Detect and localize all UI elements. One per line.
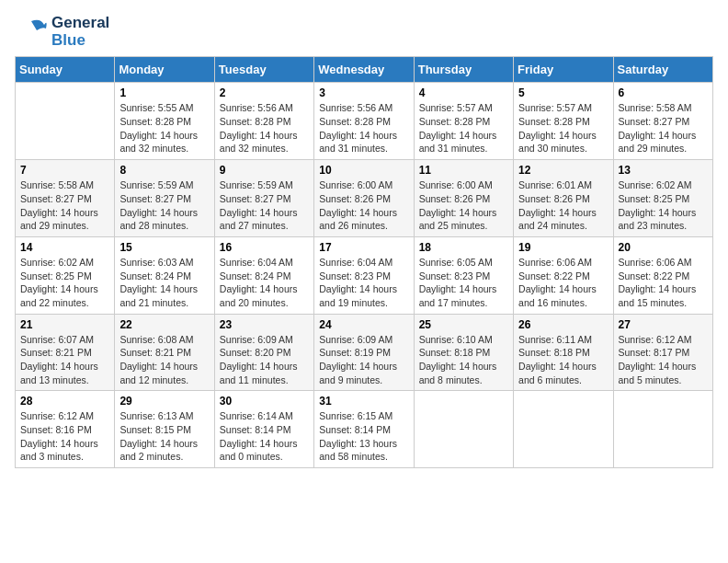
day-number: 23: [220, 318, 309, 331]
logo-text-block: General Blue: [15, 15, 109, 49]
header: General Blue: [15, 15, 713, 49]
calendar-cell: 17 Sunrise: 6:04 AM Sunset: 8:23 PM Dayl…: [314, 236, 414, 314]
calendar-cell: [414, 391, 513, 468]
day-info: Sunrise: 6:06 AM Sunset: 8:22 PM Dayligh…: [619, 256, 708, 310]
day-info: Sunrise: 6:10 AM Sunset: 8:18 PM Dayligh…: [419, 333, 508, 387]
calendar-cell: 18 Sunrise: 6:05 AM Sunset: 8:23 PM Dayl…: [414, 236, 513, 314]
day-info: Sunrise: 5:58 AM Sunset: 8:27 PM Dayligh…: [619, 101, 708, 155]
weekday-header-monday: Monday: [115, 57, 214, 83]
day-info: Sunrise: 6:07 AM Sunset: 8:21 PM Dayligh…: [20, 333, 109, 387]
calendar-cell: 25 Sunrise: 6:10 AM Sunset: 8:18 PM Dayl…: [414, 314, 513, 391]
calendar-cell: 20 Sunrise: 6:06 AM Sunset: 8:22 PM Dayl…: [613, 236, 712, 314]
calendar-cell: 2 Sunrise: 5:56 AM Sunset: 8:28 PM Dayli…: [214, 83, 313, 160]
weekday-header-wednesday: Wednesday: [314, 57, 414, 83]
weekday-header-friday: Friday: [514, 57, 613, 83]
calendar-cell: 12 Sunrise: 6:01 AM Sunset: 8:26 PM Dayl…: [514, 160, 613, 237]
calendar-cell: 10 Sunrise: 6:00 AM Sunset: 8:26 PM Dayl…: [314, 160, 414, 237]
calendar-cell: [16, 83, 115, 160]
day-info: Sunrise: 6:00 AM Sunset: 8:26 PM Dayligh…: [419, 178, 508, 233]
day-info: Sunrise: 6:09 AM Sunset: 8:19 PM Dayligh…: [319, 333, 408, 387]
calendar-cell: 6 Sunrise: 5:58 AM Sunset: 8:27 PM Dayli…: [613, 83, 712, 160]
calendar-cell: 31 Sunrise: 6:15 AM Sunset: 8:14 PM Dayl…: [314, 391, 414, 468]
day-number: 3: [319, 86, 408, 99]
calendar-cell: 9 Sunrise: 5:59 AM Sunset: 8:27 PM Dayli…: [214, 160, 313, 237]
day-info: Sunrise: 6:12 AM Sunset: 8:17 PM Dayligh…: [619, 333, 708, 387]
day-number: 16: [220, 241, 309, 254]
weekday-header-sunday: Sunday: [16, 57, 115, 83]
day-info: Sunrise: 5:59 AM Sunset: 8:27 PM Dayligh…: [119, 178, 209, 233]
day-info: Sunrise: 6:05 AM Sunset: 8:23 PM Dayligh…: [419, 256, 508, 310]
calendar-cell: 16 Sunrise: 6:04 AM Sunset: 8:24 PM Dayl…: [214, 236, 313, 314]
day-number: 28: [20, 395, 109, 408]
day-number: 8: [119, 164, 209, 177]
day-info: Sunrise: 6:04 AM Sunset: 8:24 PM Dayligh…: [220, 256, 309, 310]
day-number: 11: [419, 164, 508, 177]
day-number: 14: [20, 241, 109, 254]
day-number: 26: [518, 318, 608, 331]
calendar-cell: 29 Sunrise: 6:13 AM Sunset: 8:15 PM Dayl…: [115, 391, 214, 468]
weekday-header-thursday: Thursday: [414, 57, 513, 83]
logo-bird-icon: [15, 16, 48, 49]
weekday-header-tuesday: Tuesday: [214, 57, 313, 83]
calendar-cell: 11 Sunrise: 6:00 AM Sunset: 8:26 PM Dayl…: [414, 160, 513, 237]
calendar-week-row: 28 Sunrise: 6:12 AM Sunset: 8:16 PM Dayl…: [16, 391, 713, 468]
day-info: Sunrise: 6:00 AM Sunset: 8:26 PM Dayligh…: [319, 178, 408, 233]
calendar-cell: 27 Sunrise: 6:12 AM Sunset: 8:17 PM Dayl…: [613, 314, 712, 391]
day-info: Sunrise: 5:56 AM Sunset: 8:28 PM Dayligh…: [319, 101, 408, 155]
calendar-cell: 5 Sunrise: 5:57 AM Sunset: 8:28 PM Dayli…: [514, 83, 613, 160]
calendar-cell: 14 Sunrise: 6:02 AM Sunset: 8:25 PM Dayl…: [16, 236, 115, 314]
day-number: 17: [319, 241, 408, 254]
day-info: Sunrise: 5:57 AM Sunset: 8:28 PM Dayligh…: [419, 101, 508, 155]
day-info: Sunrise: 6:04 AM Sunset: 8:23 PM Dayligh…: [319, 256, 408, 310]
day-info: Sunrise: 6:13 AM Sunset: 8:15 PM Dayligh…: [119, 409, 209, 464]
day-number: 30: [220, 395, 309, 408]
calendar-week-row: 7 Sunrise: 5:58 AM Sunset: 8:27 PM Dayli…: [16, 160, 713, 237]
calendar-cell: 7 Sunrise: 5:58 AM Sunset: 8:27 PM Dayli…: [16, 160, 115, 237]
calendar-cell: 26 Sunrise: 6:11 AM Sunset: 8:18 PM Dayl…: [514, 314, 613, 391]
day-info: Sunrise: 5:56 AM Sunset: 8:28 PM Dayligh…: [220, 101, 309, 155]
calendar-cell: [514, 391, 613, 468]
calendar-cell: 28 Sunrise: 6:12 AM Sunset: 8:16 PM Dayl…: [16, 391, 115, 468]
day-info: Sunrise: 6:01 AM Sunset: 8:26 PM Dayligh…: [518, 178, 608, 233]
day-number: 10: [319, 164, 408, 177]
calendar-cell: 1 Sunrise: 5:55 AM Sunset: 8:28 PM Dayli…: [115, 83, 214, 160]
logo-general: General: [51, 14, 109, 31]
day-number: 9: [220, 164, 309, 177]
calendar-week-row: 14 Sunrise: 6:02 AM Sunset: 8:25 PM Dayl…: [16, 236, 713, 314]
day-number: 1: [119, 86, 209, 99]
day-info: Sunrise: 6:08 AM Sunset: 8:21 PM Dayligh…: [119, 333, 209, 387]
day-number: 25: [419, 318, 508, 331]
day-info: Sunrise: 6:09 AM Sunset: 8:20 PM Dayligh…: [220, 333, 309, 387]
day-info: Sunrise: 5:58 AM Sunset: 8:27 PM Dayligh…: [20, 178, 109, 233]
day-info: Sunrise: 6:02 AM Sunset: 8:25 PM Dayligh…: [20, 256, 109, 310]
day-info: Sunrise: 6:15 AM Sunset: 8:14 PM Dayligh…: [319, 409, 408, 464]
day-number: 19: [518, 241, 608, 254]
day-number: 7: [20, 164, 109, 177]
calendar-cell: 13 Sunrise: 6:02 AM Sunset: 8:25 PM Dayl…: [613, 160, 712, 237]
day-info: Sunrise: 6:03 AM Sunset: 8:24 PM Dayligh…: [119, 256, 209, 310]
day-info: Sunrise: 6:14 AM Sunset: 8:14 PM Dayligh…: [220, 409, 309, 464]
day-info: Sunrise: 5:57 AM Sunset: 8:28 PM Dayligh…: [518, 101, 608, 155]
calendar-cell: 15 Sunrise: 6:03 AM Sunset: 8:24 PM Dayl…: [115, 236, 214, 314]
weekday-header-row: SundayMondayTuesdayWednesdayThursdayFrid…: [16, 57, 713, 83]
calendar-cell: 21 Sunrise: 6:07 AM Sunset: 8:21 PM Dayl…: [16, 314, 115, 391]
calendar-cell: 19 Sunrise: 6:06 AM Sunset: 8:22 PM Dayl…: [514, 236, 613, 314]
calendar-week-row: 1 Sunrise: 5:55 AM Sunset: 8:28 PM Dayli…: [16, 83, 713, 160]
day-info: Sunrise: 6:12 AM Sunset: 8:16 PM Dayligh…: [20, 409, 109, 464]
calendar-cell: 3 Sunrise: 5:56 AM Sunset: 8:28 PM Dayli…: [314, 83, 414, 160]
day-number: 21: [20, 318, 109, 331]
calendar-cell: 23 Sunrise: 6:09 AM Sunset: 8:20 PM Dayl…: [214, 314, 313, 391]
day-number: 27: [619, 318, 708, 331]
day-info: Sunrise: 5:59 AM Sunset: 8:27 PM Dayligh…: [220, 178, 309, 233]
calendar-table: SundayMondayTuesdayWednesdayThursdayFrid…: [15, 56, 713, 468]
day-number: 15: [119, 241, 209, 254]
calendar-cell: 8 Sunrise: 5:59 AM Sunset: 8:27 PM Dayli…: [115, 160, 214, 237]
calendar-cell: 24 Sunrise: 6:09 AM Sunset: 8:19 PM Dayl…: [314, 314, 414, 391]
day-info: Sunrise: 6:02 AM Sunset: 8:25 PM Dayligh…: [619, 178, 708, 233]
day-number: 24: [319, 318, 408, 331]
calendar-cell: 30 Sunrise: 6:14 AM Sunset: 8:14 PM Dayl…: [214, 391, 313, 468]
day-number: 22: [119, 318, 209, 331]
day-info: Sunrise: 6:06 AM Sunset: 8:22 PM Dayligh…: [518, 256, 608, 310]
day-number: 12: [518, 164, 608, 177]
calendar-cell: [613, 391, 712, 468]
